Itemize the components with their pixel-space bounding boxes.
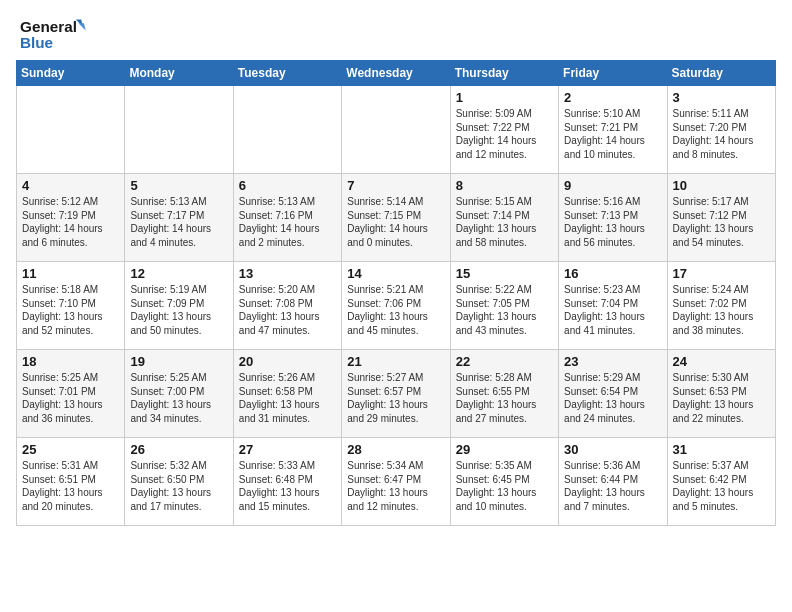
day-info: Sunrise: 5:25 AM Sunset: 7:00 PM Dayligh… (130, 371, 227, 425)
calendar-table: SundayMondayTuesdayWednesdayThursdayFrid… (16, 60, 776, 526)
day-info: Sunrise: 5:19 AM Sunset: 7:09 PM Dayligh… (130, 283, 227, 337)
calendar-cell: 18Sunrise: 5:25 AM Sunset: 7:01 PM Dayli… (17, 350, 125, 438)
day-number: 14 (347, 266, 444, 281)
day-info: Sunrise: 5:29 AM Sunset: 6:54 PM Dayligh… (564, 371, 661, 425)
calendar-cell: 29Sunrise: 5:35 AM Sunset: 6:45 PM Dayli… (450, 438, 558, 526)
day-number: 9 (564, 178, 661, 193)
day-info: Sunrise: 5:17 AM Sunset: 7:12 PM Dayligh… (673, 195, 770, 249)
day-info: Sunrise: 5:28 AM Sunset: 6:55 PM Dayligh… (456, 371, 553, 425)
day-number: 31 (673, 442, 770, 457)
calendar-header-tuesday: Tuesday (233, 61, 341, 86)
day-info: Sunrise: 5:16 AM Sunset: 7:13 PM Dayligh… (564, 195, 661, 249)
day-info: Sunrise: 5:37 AM Sunset: 6:42 PM Dayligh… (673, 459, 770, 513)
calendar-cell: 30Sunrise: 5:36 AM Sunset: 6:44 PM Dayli… (559, 438, 667, 526)
calendar-cell (17, 86, 125, 174)
logo: GeneralBlue (16, 16, 96, 52)
day-number: 6 (239, 178, 336, 193)
calendar-week-row: 25Sunrise: 5:31 AM Sunset: 6:51 PM Dayli… (17, 438, 776, 526)
calendar-header-monday: Monday (125, 61, 233, 86)
day-info: Sunrise: 5:23 AM Sunset: 7:04 PM Dayligh… (564, 283, 661, 337)
day-number: 8 (456, 178, 553, 193)
calendar-cell: 1Sunrise: 5:09 AM Sunset: 7:22 PM Daylig… (450, 86, 558, 174)
calendar-cell: 15Sunrise: 5:22 AM Sunset: 7:05 PM Dayli… (450, 262, 558, 350)
calendar-header-saturday: Saturday (667, 61, 775, 86)
svg-marker-3 (79, 23, 86, 30)
calendar-cell: 25Sunrise: 5:31 AM Sunset: 6:51 PM Dayli… (17, 438, 125, 526)
day-number: 25 (22, 442, 119, 457)
day-info: Sunrise: 5:21 AM Sunset: 7:06 PM Dayligh… (347, 283, 444, 337)
calendar-week-row: 4Sunrise: 5:12 AM Sunset: 7:19 PM Daylig… (17, 174, 776, 262)
day-info: Sunrise: 5:31 AM Sunset: 6:51 PM Dayligh… (22, 459, 119, 513)
day-number: 3 (673, 90, 770, 105)
calendar-cell: 24Sunrise: 5:30 AM Sunset: 6:53 PM Dayli… (667, 350, 775, 438)
day-number: 11 (22, 266, 119, 281)
day-number: 28 (347, 442, 444, 457)
calendar-cell: 26Sunrise: 5:32 AM Sunset: 6:50 PM Dayli… (125, 438, 233, 526)
day-number: 26 (130, 442, 227, 457)
day-number: 15 (456, 266, 553, 281)
calendar-cell: 27Sunrise: 5:33 AM Sunset: 6:48 PM Dayli… (233, 438, 341, 526)
day-info: Sunrise: 5:18 AM Sunset: 7:10 PM Dayligh… (22, 283, 119, 337)
day-info: Sunrise: 5:20 AM Sunset: 7:08 PM Dayligh… (239, 283, 336, 337)
calendar-header-friday: Friday (559, 61, 667, 86)
day-info: Sunrise: 5:35 AM Sunset: 6:45 PM Dayligh… (456, 459, 553, 513)
day-number: 24 (673, 354, 770, 369)
day-number: 17 (673, 266, 770, 281)
calendar-cell: 21Sunrise: 5:27 AM Sunset: 6:57 PM Dayli… (342, 350, 450, 438)
calendar-week-row: 18Sunrise: 5:25 AM Sunset: 7:01 PM Dayli… (17, 350, 776, 438)
svg-text:Blue: Blue (20, 34, 53, 51)
day-info: Sunrise: 5:12 AM Sunset: 7:19 PM Dayligh… (22, 195, 119, 249)
day-info: Sunrise: 5:13 AM Sunset: 7:16 PM Dayligh… (239, 195, 336, 249)
calendar-cell: 7Sunrise: 5:14 AM Sunset: 7:15 PM Daylig… (342, 174, 450, 262)
calendar-cell: 12Sunrise: 5:19 AM Sunset: 7:09 PM Dayli… (125, 262, 233, 350)
day-number: 19 (130, 354, 227, 369)
day-info: Sunrise: 5:26 AM Sunset: 6:58 PM Dayligh… (239, 371, 336, 425)
calendar-header-thursday: Thursday (450, 61, 558, 86)
calendar-cell: 6Sunrise: 5:13 AM Sunset: 7:16 PM Daylig… (233, 174, 341, 262)
day-number: 2 (564, 90, 661, 105)
day-number: 5 (130, 178, 227, 193)
calendar-week-row: 11Sunrise: 5:18 AM Sunset: 7:10 PM Dayli… (17, 262, 776, 350)
day-info: Sunrise: 5:14 AM Sunset: 7:15 PM Dayligh… (347, 195, 444, 249)
day-number: 29 (456, 442, 553, 457)
calendar-cell: 28Sunrise: 5:34 AM Sunset: 6:47 PM Dayli… (342, 438, 450, 526)
day-info: Sunrise: 5:10 AM Sunset: 7:21 PM Dayligh… (564, 107, 661, 161)
day-info: Sunrise: 5:22 AM Sunset: 7:05 PM Dayligh… (456, 283, 553, 337)
day-info: Sunrise: 5:15 AM Sunset: 7:14 PM Dayligh… (456, 195, 553, 249)
calendar-cell: 8Sunrise: 5:15 AM Sunset: 7:14 PM Daylig… (450, 174, 558, 262)
day-number: 16 (564, 266, 661, 281)
calendar-week-row: 1Sunrise: 5:09 AM Sunset: 7:22 PM Daylig… (17, 86, 776, 174)
day-info: Sunrise: 5:34 AM Sunset: 6:47 PM Dayligh… (347, 459, 444, 513)
day-info: Sunrise: 5:13 AM Sunset: 7:17 PM Dayligh… (130, 195, 227, 249)
day-info: Sunrise: 5:32 AM Sunset: 6:50 PM Dayligh… (130, 459, 227, 513)
day-number: 7 (347, 178, 444, 193)
logo-icon: GeneralBlue (16, 16, 96, 52)
calendar-cell: 11Sunrise: 5:18 AM Sunset: 7:10 PM Dayli… (17, 262, 125, 350)
day-number: 4 (22, 178, 119, 193)
day-number: 18 (22, 354, 119, 369)
day-number: 20 (239, 354, 336, 369)
calendar-cell: 10Sunrise: 5:17 AM Sunset: 7:12 PM Dayli… (667, 174, 775, 262)
day-info: Sunrise: 5:24 AM Sunset: 7:02 PM Dayligh… (673, 283, 770, 337)
day-number: 1 (456, 90, 553, 105)
day-info: Sunrise: 5:25 AM Sunset: 7:01 PM Dayligh… (22, 371, 119, 425)
calendar-header-row: SundayMondayTuesdayWednesdayThursdayFrid… (17, 61, 776, 86)
day-number: 12 (130, 266, 227, 281)
day-number: 23 (564, 354, 661, 369)
day-info: Sunrise: 5:30 AM Sunset: 6:53 PM Dayligh… (673, 371, 770, 425)
calendar-cell: 2Sunrise: 5:10 AM Sunset: 7:21 PM Daylig… (559, 86, 667, 174)
calendar-cell (233, 86, 341, 174)
calendar-header-sunday: Sunday (17, 61, 125, 86)
day-info: Sunrise: 5:27 AM Sunset: 6:57 PM Dayligh… (347, 371, 444, 425)
day-number: 21 (347, 354, 444, 369)
day-number: 10 (673, 178, 770, 193)
day-number: 13 (239, 266, 336, 281)
calendar-cell (125, 86, 233, 174)
day-info: Sunrise: 5:09 AM Sunset: 7:22 PM Dayligh… (456, 107, 553, 161)
calendar-cell: 16Sunrise: 5:23 AM Sunset: 7:04 PM Dayli… (559, 262, 667, 350)
day-info: Sunrise: 5:36 AM Sunset: 6:44 PM Dayligh… (564, 459, 661, 513)
calendar-cell: 4Sunrise: 5:12 AM Sunset: 7:19 PM Daylig… (17, 174, 125, 262)
calendar-cell: 17Sunrise: 5:24 AM Sunset: 7:02 PM Dayli… (667, 262, 775, 350)
calendar-cell: 5Sunrise: 5:13 AM Sunset: 7:17 PM Daylig… (125, 174, 233, 262)
calendar-cell: 9Sunrise: 5:16 AM Sunset: 7:13 PM Daylig… (559, 174, 667, 262)
